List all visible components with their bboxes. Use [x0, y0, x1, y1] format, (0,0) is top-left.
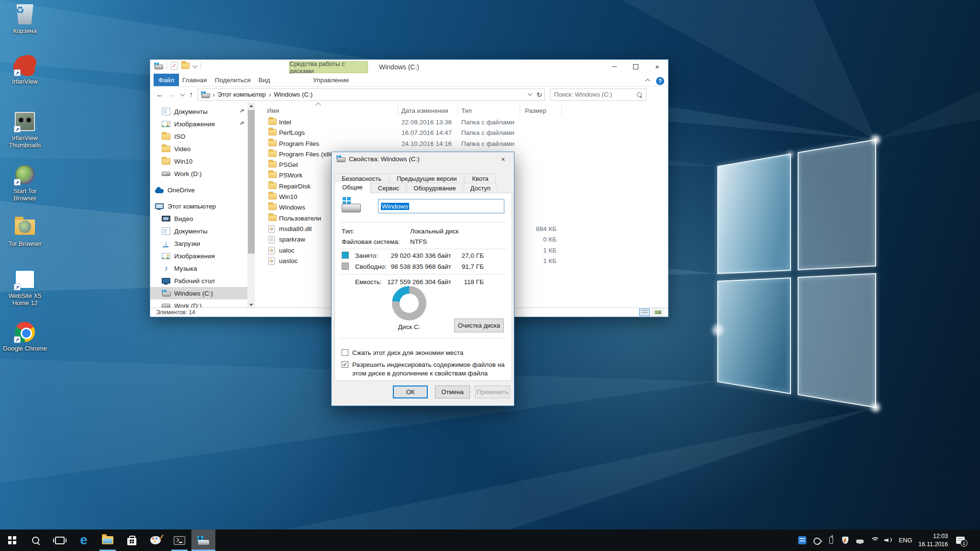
properties-qat-icon[interactable]	[171, 62, 178, 70]
ribbon-tab[interactable]: Поделиться	[210, 74, 256, 86]
refresh-icon[interactable]: ↻	[536, 91, 542, 99]
dialog-tab[interactable]: Общие	[334, 181, 370, 193]
dialog-tab[interactable]: Оборудование	[407, 183, 462, 193]
desktop-icon[interactable]: ↗ Корзина	[3, 3, 47, 34]
column-headers: Имя Дата изменения Тип Размер	[255, 103, 668, 117]
taskbar-app[interactable]	[191, 529, 215, 551]
ribbon-tab[interactable]: Файл	[154, 74, 179, 86]
new-folder-qat-icon[interactable]	[181, 63, 189, 69]
recent-locations-chevron-icon[interactable]	[180, 91, 185, 96]
up-icon[interactable]: ↑	[189, 90, 193, 99]
nav-item[interactable]: Загрузки	[150, 237, 255, 250]
large-icons-view-icon[interactable]	[653, 309, 663, 316]
file-row[interactable]: PerfLogs 16.07.2016 14:47 Папка с файлам…	[255, 128, 668, 138]
edge-icon	[80, 534, 87, 547]
nav-item[interactable]: Музыка	[150, 262, 255, 275]
taskbar-app[interactable]	[167, 529, 191, 551]
nav-item[interactable]: Windows (C:)	[150, 287, 255, 299]
nav-item-label: Windows (C:)	[174, 290, 213, 297]
ribbon-tab[interactable]: Главная	[178, 74, 212, 86]
drive-name-input[interactable]: Windows	[378, 199, 504, 213]
column-header-date[interactable]: Дата изменения	[401, 107, 448, 114]
file-row[interactable]: Program Files 24.10.2016 14:16 Папка с ф…	[255, 139, 668, 149]
nav-item[interactable]: Документы	[150, 225, 255, 237]
dialog-tab[interactable]: Доступ	[464, 183, 497, 193]
taskbar-app[interactable]	[120, 529, 144, 551]
file-row[interactable]: Intel 22.09.2016 13:36 Папка с файлами	[255, 117, 668, 128]
tray-icon[interactable]	[884, 536, 892, 544]
nav-item[interactable]: Win10	[150, 155, 255, 167]
nav-item[interactable]: Изображения	[150, 250, 255, 262]
language-indicator[interactable]: ENG	[899, 537, 912, 544]
explorer-titlebar[interactable]: Средства работы с дисками Windows (C:) ×	[150, 60, 668, 74]
tray-icon[interactable]	[870, 536, 878, 544]
minimize-button[interactable]	[603, 60, 625, 74]
dialog-close-icon[interactable]: ×	[492, 152, 514, 166]
dialog-tab[interactable]: Квота	[465, 173, 496, 183]
scroll-down-icon[interactable]	[249, 304, 253, 306]
forward-icon[interactable]: →	[168, 90, 176, 99]
scrollbar-thumb[interactable]	[248, 110, 255, 253]
dialog-tab[interactable]: Сервис	[371, 183, 406, 193]
index-checkbox[interactable]	[342, 361, 348, 368]
scroll-up-icon[interactable]	[249, 105, 253, 107]
taskbar-clock[interactable]: 12:03 16.11.2016	[918, 532, 948, 549]
back-icon[interactable]: ←	[156, 90, 164, 99]
address-bar[interactable]: Этот компьютер Windows (C:) ↻	[198, 88, 545, 101]
desktop-icon[interactable]: ↗ Google Chrome	[3, 320, 47, 352]
tray-icon[interactable]	[813, 536, 821, 544]
help-icon[interactable]: ?	[656, 77, 664, 85]
search-input[interactable]	[550, 89, 646, 100]
nav-item[interactable]: Документы	[150, 105, 255, 118]
free-bytes: 98 538 835 968 байт	[391, 263, 451, 270]
close-button[interactable]: ×	[646, 60, 668, 74]
taskbar-app[interactable]	[24, 529, 48, 551]
dialog-tab[interactable]: Предыдущие версии	[390, 173, 464, 183]
breadcrumb-root[interactable]: Этот компьютер	[218, 91, 266, 98]
tray-icon[interactable]	[798, 536, 806, 544]
taskbar-app[interactable]	[96, 529, 120, 551]
customize-qat-chevron-icon[interactable]	[193, 64, 198, 68]
cancel-button[interactable]: Отмена	[435, 386, 470, 398]
nav-item[interactable]: Видео	[150, 212, 255, 225]
column-header-name[interactable]: Имя	[267, 107, 279, 114]
dialog-titlebar[interactable]: Свойства: Windows (C:) ×	[332, 152, 514, 166]
maximize-button[interactable]	[625, 60, 646, 74]
tray-icon[interactable]	[856, 536, 864, 544]
ok-button[interactable]: ОК	[393, 386, 428, 398]
desktop-icon[interactable]: ↗ Start Tor Browser	[3, 163, 47, 202]
address-dropdown-chevron-icon[interactable]	[528, 91, 533, 96]
nav-item[interactable]: ISO	[150, 130, 255, 143]
nav-item[interactable]: Work (D:)	[150, 167, 255, 180]
nav-item[interactable]: OneDrive	[150, 184, 255, 196]
desktop-icon[interactable]: ↗ IrfanView Thumbnails	[3, 110, 47, 149]
nav-item[interactable]: Этот компьютер	[150, 200, 255, 212]
tray-icon[interactable]	[827, 536, 835, 544]
compress-checkbox[interactable]	[342, 349, 348, 356]
search-icon[interactable]	[637, 92, 643, 98]
action-center[interactable]: 1	[956, 536, 964, 544]
nav-item[interactable]: Рабочий стол	[150, 275, 255, 287]
taskbar-app[interactable]	[72, 529, 96, 551]
disk-cleanup-button[interactable]: Очистка диска	[454, 319, 504, 332]
file-size: 1 КБ	[543, 247, 557, 254]
ribbon-tab[interactable]: Управление	[308, 74, 354, 86]
nav-item[interactable]: Video	[150, 143, 255, 155]
ribbon-tab[interactable]: Вид	[254, 74, 275, 86]
desktop-icon[interactable]: ↗ IrfanView	[3, 54, 47, 85]
breadcrumb-current[interactable]: Windows (C:)	[274, 91, 312, 98]
desktop-icon[interactable]: ↗ WebSite X5 Home 12	[3, 268, 47, 307]
details-view-icon[interactable]	[639, 309, 650, 316]
taskbar-app[interactable]	[48, 529, 72, 551]
column-header-type[interactable]: Тип	[461, 107, 472, 114]
collapse-ribbon-chevron-icon[interactable]	[646, 79, 650, 84]
contextual-tab-header[interactable]: Средства работы с дисками	[289, 61, 368, 73]
desktop-icon[interactable]: ↗ Tor Browser	[3, 216, 47, 247]
apply-button[interactable]: Применить	[475, 386, 510, 398]
taskbar-app[interactable]	[144, 529, 167, 551]
column-header-size[interactable]: Размер	[525, 107, 546, 114]
nav-item[interactable]: Изображения	[150, 118, 255, 130]
tray-icon[interactable]	[841, 536, 849, 544]
taskbar-app[interactable]	[0, 529, 24, 551]
nav-scrollbar[interactable]	[247, 102, 255, 309]
